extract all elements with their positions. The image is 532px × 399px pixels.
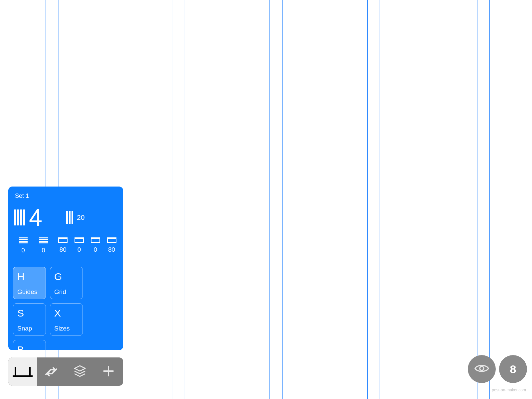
grid-set-title[interactable]: Set 1 xyxy=(8,193,123,205)
rows-icon xyxy=(19,237,28,243)
margin-right-metric[interactable]: 0 xyxy=(75,237,84,254)
grid-metrics: 0 0 80 0 0 80 xyxy=(8,229,123,254)
grid-settings-panel: Set 1 4 20 0 0 80 xyxy=(8,187,123,350)
svg-point-2 xyxy=(480,366,484,370)
device-preview-button[interactable] xyxy=(8,357,37,386)
grid-toggles: H Guides G Grid S Snap X Sizes B Blocks xyxy=(8,254,123,372)
vertical-guide xyxy=(380,0,380,399)
laptop-icon xyxy=(15,367,31,377)
plus-icon xyxy=(102,364,115,379)
margin-icon xyxy=(91,237,100,243)
vertical-guide xyxy=(282,0,283,399)
margin-icon xyxy=(75,237,84,243)
watermark: post-on-maker.com xyxy=(492,388,526,392)
right-fab-group: 8 xyxy=(468,355,527,383)
vertical-guide xyxy=(172,0,172,399)
toggle-sizes[interactable]: X Sizes xyxy=(50,303,83,336)
margin-left-metric[interactable]: 80 xyxy=(58,237,68,254)
vertical-guide xyxy=(269,0,270,399)
inner-right-metric[interactable]: 80 xyxy=(107,237,116,254)
columns-value: 4 xyxy=(29,205,42,229)
margin-icon xyxy=(107,237,116,243)
row-bottom-metric[interactable]: 0 xyxy=(39,237,48,254)
bottom-toolbar xyxy=(8,357,123,386)
vertical-guide xyxy=(477,0,477,399)
margin-icon xyxy=(58,237,68,243)
eye-icon xyxy=(474,361,489,377)
rows-icon xyxy=(39,237,48,243)
gutter-reading[interactable]: 20 xyxy=(66,205,85,229)
toggle-snap[interactable]: S Snap xyxy=(13,303,46,336)
swap-arrows-icon xyxy=(44,365,59,378)
add-button[interactable] xyxy=(94,357,123,386)
gutter-value: 20 xyxy=(77,213,85,221)
swap-button[interactable] xyxy=(37,357,66,386)
grid-readings: 4 20 xyxy=(8,205,123,229)
layers-icon xyxy=(73,364,87,379)
vertical-guide xyxy=(489,0,490,399)
preview-fab[interactable] xyxy=(468,355,496,383)
columns-reading[interactable]: 4 xyxy=(14,205,42,229)
toggle-grid[interactable]: G Grid xyxy=(50,267,83,299)
inner-left-metric[interactable]: 0 xyxy=(91,237,100,254)
count-fab[interactable]: 8 xyxy=(499,355,527,383)
columns-icon xyxy=(14,209,26,225)
row-top-metric[interactable]: 0 xyxy=(19,237,28,254)
vertical-guide xyxy=(185,0,185,399)
gutter-icon xyxy=(66,211,74,224)
vertical-guide xyxy=(367,0,368,399)
layers-button[interactable] xyxy=(66,357,94,386)
count-value: 8 xyxy=(510,363,516,376)
toggle-guides[interactable]: H Guides xyxy=(13,267,46,299)
